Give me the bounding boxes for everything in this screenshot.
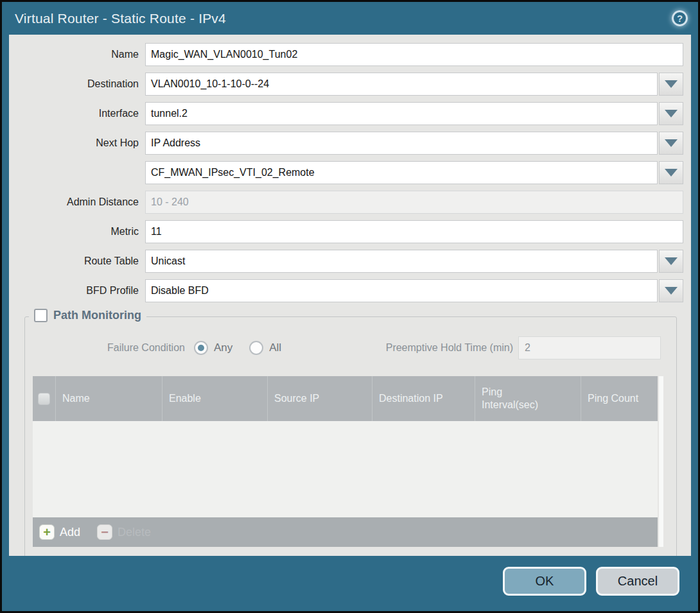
destination-label: Destination xyxy=(18,73,145,96)
delete-icon: − xyxy=(97,524,112,540)
bfd-profile-label: BFD Profile xyxy=(18,279,145,302)
next-hop-address-dropdown-button[interactable] xyxy=(659,161,683,184)
path-monitoring-title: Path Monitoring xyxy=(53,309,141,322)
bfd-profile-input[interactable]: Disable BFD xyxy=(145,279,658,302)
preemptive-hold-time-input[interactable]: 2 xyxy=(518,336,661,359)
radio-any-label: Any xyxy=(214,341,232,354)
path-monitoring-section: Path Monitoring Failure Condition Any Al… xyxy=(24,316,677,556)
interface-row: Interface tunnel.2 xyxy=(18,102,683,125)
col-header-ping-interval[interactable]: Ping Interval(sec) xyxy=(475,376,581,421)
path-monitoring-table: Name Enable Source IP Destination IP Pin… xyxy=(33,376,658,547)
help-icon[interactable]: ? xyxy=(672,10,688,26)
interface-label: Interface xyxy=(18,102,145,125)
bfd-profile-row: BFD Profile Disable BFD xyxy=(18,279,683,302)
path-monitoring-legend: Path Monitoring xyxy=(29,309,146,322)
dialog-title: Virtual Router - Static Route - IPv4 xyxy=(15,11,226,26)
admin-distance-label: Admin Distance xyxy=(18,191,145,214)
col-header-source-ip[interactable]: Source IP xyxy=(268,376,372,421)
destination-dropdown-button[interactable] xyxy=(659,73,683,96)
select-all-checkbox[interactable] xyxy=(38,393,50,405)
table-header: Name Enable Source IP Destination IP Pin… xyxy=(33,376,658,421)
failure-condition-label: Failure Condition xyxy=(107,342,185,354)
name-row: Name Magic_WAN_VLAN0010_Tun02 xyxy=(18,43,683,66)
next-hop-address-row: CF_MWAN_IPsec_VTI_02_Remote xyxy=(18,161,683,184)
chevron-down-icon xyxy=(665,139,678,147)
chevron-down-icon xyxy=(665,257,678,265)
dialog-content: Name Magic_WAN_VLAN0010_Tun02 Destinatio… xyxy=(9,35,691,556)
next-hop-address-input[interactable]: CF_MWAN_IPsec_VTI_02_Remote xyxy=(145,161,658,184)
preemptive-hold-time-group: Preemptive Hold Time (min) 2 xyxy=(386,336,661,359)
route-table-input[interactable]: Unicast xyxy=(145,250,658,273)
route-table-dropdown-button[interactable] xyxy=(659,250,683,273)
chevron-down-icon xyxy=(665,287,678,295)
route-table-row: Route Table Unicast xyxy=(18,250,683,273)
failure-condition-radio-group: Any All xyxy=(194,341,281,355)
delete-button[interactable]: − Delete xyxy=(97,524,151,540)
name-label: Name xyxy=(18,43,145,66)
path-monitoring-table-wrap: Name Enable Source IP Destination IP Pin… xyxy=(33,376,663,547)
add-button-label: Add xyxy=(60,526,80,539)
next-hop-label: Next Hop xyxy=(18,132,145,155)
table-body-empty xyxy=(33,421,658,517)
name-input[interactable]: Magic_WAN_VLAN0010_Tun02 xyxy=(145,43,683,66)
interface-dropdown-button[interactable] xyxy=(659,102,683,125)
col-header-name[interactable]: Name xyxy=(56,376,162,421)
destination-row: Destination VLAN0010_10-1-10-0--24 xyxy=(18,73,683,96)
radio-all-label: All xyxy=(269,341,281,354)
table-toolbar: + Add − Delete xyxy=(33,517,658,547)
failure-condition-row: Failure Condition Any All Preemptive Hol… xyxy=(25,336,676,359)
metric-input[interactable]: 11 xyxy=(145,220,683,243)
chevron-down-icon xyxy=(665,110,678,117)
col-header-destination-ip[interactable]: Destination IP xyxy=(372,376,475,421)
cancel-button[interactable]: Cancel xyxy=(596,567,679,596)
next-hop-type-input[interactable]: IP Address xyxy=(145,132,658,155)
preemptive-hold-time-label: Preemptive Hold Time (min) xyxy=(386,342,513,354)
next-hop-address-label xyxy=(18,161,145,184)
interface-input[interactable]: tunnel.2 xyxy=(145,102,658,125)
route-table-label: Route Table xyxy=(18,250,145,273)
ok-button[interactable]: OK xyxy=(503,567,586,596)
radio-any[interactable] xyxy=(194,341,208,355)
dialog-footer: OK Cancel xyxy=(2,556,698,611)
next-hop-row: Next Hop IP Address xyxy=(18,132,683,155)
admin-distance-row: Admin Distance 10 - 240 xyxy=(18,191,683,214)
dialog-titlebar: Virtual Router - Static Route - IPv4 ? xyxy=(2,2,698,35)
add-icon: + xyxy=(39,524,55,540)
static-route-dialog: Virtual Router - Static Route - IPv4 ? N… xyxy=(0,0,700,613)
table-scrollbar-track[interactable] xyxy=(659,376,663,547)
admin-distance-input[interactable]: 10 - 240 xyxy=(145,191,683,214)
col-header-ping-count[interactable]: Ping Count xyxy=(581,376,658,421)
delete-button-label: Delete xyxy=(118,526,151,539)
bfd-profile-dropdown-button[interactable] xyxy=(659,279,683,302)
radio-all[interactable] xyxy=(249,341,263,355)
chevron-down-icon xyxy=(665,169,678,177)
destination-input[interactable]: VLAN0010_10-1-10-0--24 xyxy=(145,73,658,96)
metric-label: Metric xyxy=(18,220,145,243)
metric-row: Metric 11 xyxy=(18,220,683,243)
next-hop-type-dropdown-button[interactable] xyxy=(659,132,683,155)
select-all-cell xyxy=(33,376,56,421)
add-button[interactable]: + Add xyxy=(39,524,80,540)
path-monitoring-checkbox[interactable] xyxy=(34,309,48,322)
chevron-down-icon xyxy=(665,80,678,88)
col-header-enable[interactable]: Enable xyxy=(162,376,268,421)
